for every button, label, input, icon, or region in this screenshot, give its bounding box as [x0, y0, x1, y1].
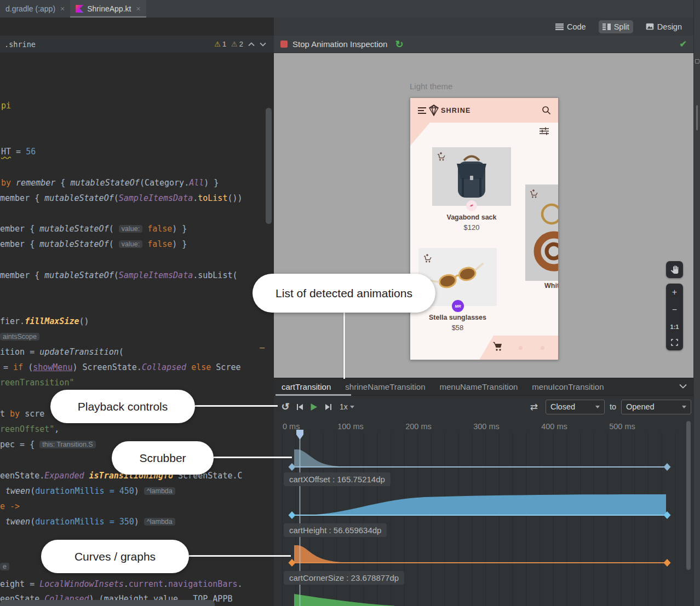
code-icon	[555, 24, 564, 30]
vendor-badge	[466, 200, 477, 211]
warning-indicator[interactable]: ⚠1	[214, 40, 226, 48]
prev-issue-icon[interactable]	[248, 42, 255, 47]
code-line: pec = { this: Transition.S	[0, 440, 96, 451]
callout-curves: Curves / graphs	[41, 540, 189, 573]
stop-animation-button[interactable]: Stop Animation Inspection	[292, 39, 387, 49]
cart-icon	[492, 341, 503, 352]
design-surface[interactable]: Light theme SHRINE	[274, 53, 693, 378]
zoom-in-button[interactable]: +	[672, 288, 677, 297]
zoom-actual-button[interactable]: 1:1	[670, 324, 679, 330]
weak-warning-indicator[interactable]: ⚠2	[231, 40, 243, 48]
code-editor[interactable]: piHT = 56by remember { mutableStateOf(Ca…	[0, 53, 274, 606]
product-name: Vagabond sack	[432, 213, 511, 221]
tab-shrineapp-label: ShrineApp.kt	[87, 4, 131, 13]
zoom-to-fit-button[interactable]	[671, 339, 678, 346]
page-dot	[541, 346, 544, 350]
code-line: ember { mutableStateOf( value: false) }	[0, 224, 187, 235]
code-line: aintsScope	[0, 332, 39, 343]
tab-gradle[interactable]: d.gradle (:app) ×	[0, 0, 70, 18]
tab-gradle-label: d.gradle (:app)	[5, 4, 55, 13]
editor-bottom-popup	[0, 600, 215, 606]
callout-playback: Playback controls	[50, 390, 195, 423]
filter-icon	[540, 127, 549, 135]
breadcrumb[interactable]: .shrine	[4, 40, 36, 49]
right-tool-window-strip[interactable]	[693, 0, 700, 606]
code-line: reenTransition"	[0, 378, 74, 389]
inspection-widget: ⚠1 ⚠2	[214, 40, 269, 48]
product-image-belt	[525, 184, 559, 281]
curve-value-chip: cartXOffset : 165.75214dp	[284, 472, 391, 486]
code-line: —	[260, 343, 265, 354]
code-line: by remember { mutableStateOf(Category.Al…	[1, 178, 219, 189]
stop-icon	[280, 41, 288, 48]
editor-tab-strip: d.gradle (:app) × ShrineApp.kt ×	[0, 0, 700, 18]
warning-icon: ⚠	[231, 40, 238, 48]
hand-icon	[670, 266, 679, 274]
curve-value-chip: cartHeight : 56.659634dp	[284, 523, 387, 537]
editor-scrollbar[interactable]	[266, 108, 272, 224]
add-to-cart-icon	[436, 152, 446, 161]
shrine-app-bar: SHRINE	[410, 98, 559, 123]
mode-split-button[interactable]: Split	[599, 20, 633, 33]
curve-row-cartHeight	[289, 494, 671, 519]
shrine-logo-icon	[428, 104, 440, 117]
timeline-scrollbar[interactable]	[686, 421, 691, 570]
app-preview: SHRINE Vagabond sack $120	[410, 97, 559, 360]
product-image-backpack	[432, 147, 511, 206]
code-line: e ->	[0, 501, 20, 512]
shrine-title: SHRINE	[441, 107, 471, 114]
preview-theme-label: Light theme	[410, 82, 452, 91]
curve-value-chip: cartCornerSize : 23.678877dp	[284, 571, 404, 585]
product-name-clipped: Whit	[544, 282, 559, 290]
add-to-cart-icon	[422, 253, 432, 263]
warning-icon: ⚠	[214, 40, 221, 48]
menu-icon	[418, 107, 426, 116]
code-line: t by scre	[0, 409, 44, 420]
next-issue-icon[interactable]	[260, 42, 266, 47]
zoom-out-button[interactable]: −	[672, 305, 677, 314]
callout-pointer-line	[189, 555, 291, 557]
keyframe-diamond	[289, 511, 296, 519]
tool-window-label[interactable]	[696, 105, 698, 130]
callout-pointer-line	[343, 313, 345, 379]
code-line: eight = LocalWindowInsets.current.naviga…	[0, 579, 243, 590]
product-name: Stella sunglasses	[418, 314, 497, 321]
close-icon[interactable]: ×	[136, 4, 140, 13]
keyframe-diamond	[664, 463, 671, 471]
code-line: member { mutableStateOf(SampleItemsData.…	[0, 193, 243, 204]
shrine-cart-bar	[479, 336, 559, 360]
refresh-icon[interactable]: ↻	[395, 38, 403, 50]
add-to-cart-icon	[529, 189, 538, 199]
code-line: tween(durationMillis = 350) ^lambda	[5, 517, 175, 528]
page-dot	[519, 346, 523, 350]
callout-animationsList: List of detected animations	[253, 274, 435, 313]
code-line: reenOffset",	[0, 424, 59, 435]
animation-inspection-bar: Stop Animation Inspection ↻ ✔	[274, 36, 693, 53]
code-line: = if (showMenu) ScreenState.Collapsed el…	[3, 362, 241, 373]
product-price: $120	[432, 223, 511, 232]
code-line: ition = updateTransition(	[0, 347, 124, 358]
tab-shrineapp[interactable]: ShrineApp.kt ×	[70, 0, 146, 18]
curve-row-partial	[294, 594, 394, 606]
code-line: member { mutableStateOf(SampleItemsData.…	[0, 270, 238, 281]
design-icon	[646, 23, 654, 30]
product-price: $58	[418, 324, 497, 332]
render-ok-icon: ✔	[680, 39, 687, 49]
callout-pointer-line	[214, 457, 292, 458]
curve-row-cartXOffset	[289, 449, 671, 471]
android-studio-window: d.gradle (:app) × ShrineApp.kt × Code Sp…	[0, 0, 700, 606]
vendor-badge-mr: MR	[452, 300, 464, 312]
mode-code-button[interactable]: Code	[552, 20, 590, 33]
zoom-controls: + − 1:1	[666, 284, 683, 350]
search-icon	[542, 106, 551, 115]
mode-design-button[interactable]: Design	[642, 20, 686, 33]
kotlin-file-icon	[76, 5, 83, 13]
pan-tool-button[interactable]	[666, 261, 683, 278]
code-line: tween(durationMillis = 450) ^lambda	[5, 486, 175, 497]
split-icon	[603, 24, 611, 30]
tool-window-icon[interactable]	[695, 59, 699, 64]
close-icon[interactable]: ×	[60, 4, 65, 13]
code-line: fier.fillMaxSize()	[0, 316, 89, 327]
code-line: pi	[1, 101, 11, 112]
editor-breadcrumb-bar: .shrine ⚠1 ⚠2	[0, 36, 274, 53]
